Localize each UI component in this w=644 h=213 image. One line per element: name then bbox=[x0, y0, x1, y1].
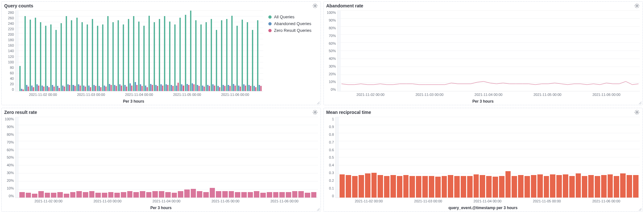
bar[interactable] bbox=[95, 86, 96, 91]
chart-plot[interactable] bbox=[337, 11, 640, 91]
bar[interactable] bbox=[50, 24, 52, 91]
bar[interactable] bbox=[576, 173, 581, 198]
bar[interactable] bbox=[159, 191, 164, 198]
bar[interactable] bbox=[311, 192, 317, 198]
bar[interactable] bbox=[36, 84, 38, 91]
bar[interactable] bbox=[128, 19, 129, 91]
bar[interactable] bbox=[461, 176, 466, 198]
bar[interactable] bbox=[24, 16, 26, 91]
bar[interactable] bbox=[138, 22, 139, 91]
bar[interactable] bbox=[179, 18, 181, 91]
bar[interactable] bbox=[403, 175, 409, 198]
bar-group[interactable] bbox=[123, 11, 127, 91]
bar[interactable] bbox=[69, 85, 70, 91]
resize-handle-icon[interactable] bbox=[317, 208, 320, 211]
bar-group[interactable] bbox=[102, 11, 107, 91]
bar[interactable] bbox=[448, 175, 453, 198]
bar[interactable] bbox=[235, 86, 236, 91]
bar[interactable] bbox=[109, 84, 110, 91]
bar[interactable] bbox=[267, 192, 272, 198]
bar[interactable] bbox=[486, 176, 492, 198]
bar[interactable] bbox=[518, 175, 524, 198]
bar[interactable] bbox=[71, 20, 72, 91]
bar[interactable] bbox=[467, 176, 473, 198]
bar[interactable] bbox=[72, 85, 74, 91]
bar[interactable] bbox=[80, 86, 81, 91]
bar[interactable] bbox=[108, 192, 114, 198]
bar[interactable] bbox=[131, 86, 132, 91]
bar[interactable] bbox=[152, 191, 158, 198]
bar[interactable] bbox=[172, 86, 174, 91]
bar-group[interactable] bbox=[195, 11, 200, 91]
bar[interactable] bbox=[174, 24, 176, 91]
bar-group[interactable] bbox=[154, 11, 158, 91]
bar[interactable] bbox=[346, 175, 351, 198]
bar[interactable] bbox=[198, 86, 200, 91]
gear-icon[interactable] bbox=[312, 3, 318, 9]
bar-group[interactable] bbox=[247, 11, 251, 91]
bar[interactable] bbox=[147, 87, 148, 91]
bar[interactable] bbox=[238, 86, 239, 91]
bar[interactable] bbox=[19, 192, 25, 198]
gear-icon[interactable] bbox=[634, 3, 640, 9]
bar[interactable] bbox=[435, 177, 441, 198]
bar[interactable] bbox=[121, 192, 126, 198]
bar[interactable] bbox=[390, 175, 396, 198]
bar[interactable] bbox=[207, 85, 208, 91]
bar[interactable] bbox=[140, 84, 141, 91]
bar[interactable] bbox=[92, 19, 93, 91]
bar[interactable] bbox=[89, 191, 95, 198]
bar[interactable] bbox=[203, 192, 209, 198]
bar-group[interactable] bbox=[66, 11, 70, 91]
bar-group[interactable] bbox=[174, 11, 179, 91]
resize-handle-icon[interactable] bbox=[639, 101, 642, 104]
bar[interactable] bbox=[512, 176, 517, 198]
bar[interactable] bbox=[298, 191, 304, 198]
bar-group[interactable] bbox=[159, 11, 163, 91]
bar[interactable] bbox=[114, 193, 120, 198]
bar[interactable] bbox=[107, 16, 109, 91]
bar[interactable] bbox=[172, 193, 177, 198]
bar[interactable] bbox=[64, 194, 69, 198]
bar[interactable] bbox=[252, 30, 253, 91]
bar[interactable] bbox=[248, 85, 250, 91]
bar[interactable] bbox=[26, 85, 27, 91]
bar[interactable] bbox=[197, 85, 198, 91]
bar[interactable] bbox=[240, 87, 241, 91]
bar[interactable] bbox=[95, 193, 101, 198]
bar[interactable] bbox=[229, 86, 231, 91]
bar[interactable] bbox=[187, 84, 188, 91]
bar[interactable] bbox=[544, 176, 549, 198]
bar[interactable] bbox=[193, 84, 195, 91]
bar[interactable] bbox=[83, 192, 88, 198]
bar[interactable] bbox=[30, 20, 31, 91]
bar[interactable] bbox=[35, 18, 36, 91]
bar[interactable] bbox=[102, 193, 107, 198]
bar[interactable] bbox=[26, 193, 31, 198]
bar[interactable] bbox=[124, 85, 126, 91]
bar[interactable] bbox=[48, 87, 50, 91]
bar[interactable] bbox=[133, 16, 134, 91]
bar[interactable] bbox=[371, 173, 377, 198]
bar-group[interactable] bbox=[149, 11, 153, 91]
bar[interactable] bbox=[183, 86, 184, 91]
chart-plot[interactable] bbox=[15, 117, 318, 198]
bar[interactable] bbox=[64, 87, 65, 91]
bar[interactable] bbox=[202, 86, 203, 91]
bar[interactable] bbox=[286, 192, 291, 198]
bar[interactable] bbox=[254, 86, 255, 91]
bar[interactable] bbox=[102, 24, 103, 91]
bar[interactable] bbox=[166, 84, 167, 91]
bar[interactable] bbox=[397, 176, 402, 198]
bar[interactable] bbox=[588, 175, 594, 198]
bar[interactable] bbox=[212, 84, 214, 91]
bar-group[interactable] bbox=[76, 11, 81, 91]
bar[interactable] bbox=[53, 87, 55, 91]
bar[interactable] bbox=[245, 86, 246, 91]
bar[interactable] bbox=[136, 85, 138, 91]
bar[interactable] bbox=[442, 176, 447, 198]
bar[interactable] bbox=[126, 87, 127, 91]
bar[interactable] bbox=[164, 16, 165, 91]
bar-group[interactable] bbox=[24, 11, 29, 91]
bar[interactable] bbox=[260, 193, 266, 198]
